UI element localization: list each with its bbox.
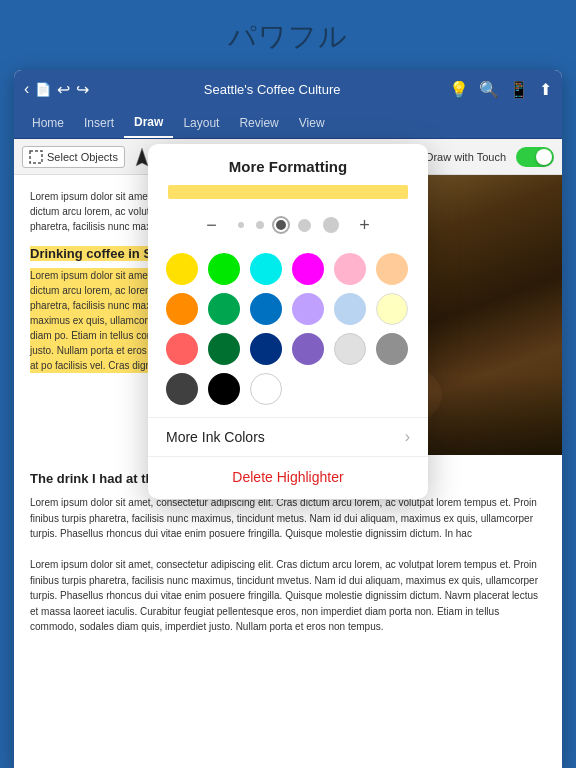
tab-bar: Home Insert Draw Layout Review View [14,108,562,139]
color-light-yellow[interactable] [376,293,408,325]
color-dark-blue[interactable] [250,333,282,365]
svg-marker-1 [136,148,148,166]
color-white[interactable] [250,373,282,405]
draw-touch-toggle[interactable] [516,147,554,167]
bulb-icon[interactable]: 💡 [449,80,469,99]
popup-title: More Formatting [148,144,428,185]
color-empty-2 [334,373,366,405]
color-grid [148,253,428,417]
color-blue[interactable] [250,293,282,325]
color-peach[interactable] [376,253,408,285]
svg-rect-0 [30,151,42,163]
more-ink-label: More Ink Colors [166,429,265,445]
delete-highlighter-label: Delete Highlighter [232,469,343,485]
popup-yellow-bar [168,185,408,199]
tab-insert[interactable]: Insert [74,109,124,137]
file-icon[interactable]: 📄 [35,82,51,97]
more-formatting-popup: More Formatting − + [148,144,428,499]
size-dot-1[interactable] [238,222,244,228]
color-black[interactable] [208,373,240,405]
color-cyan[interactable] [250,253,282,285]
color-light-blue[interactable] [334,293,366,325]
share-icon[interactable]: ⬆ [539,80,552,99]
color-dark-gray[interactable] [166,373,198,405]
color-empty-1 [292,373,324,405]
tab-review[interactable]: Review [229,109,288,137]
more-ink-colors-button[interactable]: More Ink Colors › [148,417,428,456]
color-light-pink[interactable] [334,253,366,285]
tab-draw[interactable]: Draw [124,108,173,138]
back-button[interactable]: ‹ [24,80,29,98]
size-decrease-button[interactable]: − [198,211,226,239]
tab-layout[interactable]: Layout [173,109,229,137]
page-title: パワフル [0,0,576,70]
color-green[interactable] [208,293,240,325]
select-objects-label: Select Objects [47,151,118,163]
search-icon[interactable]: 🔍 [479,80,499,99]
color-red-light[interactable] [166,333,198,365]
size-row: − + [148,211,428,239]
select-icon [29,150,43,164]
color-light-gray[interactable] [334,333,366,365]
document-title: Seattle's Coffee Culture [95,82,449,97]
phone-icon[interactable]: 📱 [509,80,529,99]
redo-button[interactable]: ↪ [76,80,89,99]
color-orange[interactable] [166,293,198,325]
size-dot-2[interactable] [256,221,264,229]
select-objects-button[interactable]: Select Objects [22,146,125,168]
draw-with-touch-label: Draw with Touch [426,151,507,163]
para4-text: Lorem ipsum dolor sit amet, consectetur … [30,557,546,635]
undo-button[interactable]: ↩ [57,80,70,99]
color-bright-green[interactable] [208,253,240,285]
color-magenta[interactable] [292,253,324,285]
color-yellow[interactable] [166,253,198,285]
para3-text: Lorem ipsum dolor sit amet, consectetur … [30,495,546,542]
delete-highlighter-button[interactable]: Delete Highlighter [148,456,428,499]
toggle-knob [536,149,552,165]
tab-view[interactable]: View [289,109,335,137]
color-empty-3 [376,373,408,405]
color-dark-green[interactable] [208,333,240,365]
size-dot-5[interactable] [323,217,339,233]
size-dot-3[interactable] [276,220,286,230]
color-purple[interactable] [292,333,324,365]
tab-home[interactable]: Home [22,109,74,137]
color-medium-gray[interactable] [376,333,408,365]
main-toolbar: ‹ 📄 ↩ ↪ Seattle's Coffee Culture 💡 🔍 📱 ⬆ [14,70,562,108]
chevron-right-icon: › [405,428,410,446]
size-dot-4[interactable] [298,219,311,232]
document-container: ‹ 📄 ↩ ↪ Seattle's Coffee Culture 💡 🔍 📱 ⬆… [14,70,562,768]
color-lavender[interactable] [292,293,324,325]
size-increase-button[interactable]: + [351,211,379,239]
toolbar-icons-right: 💡 🔍 📱 ⬆ [449,80,552,99]
